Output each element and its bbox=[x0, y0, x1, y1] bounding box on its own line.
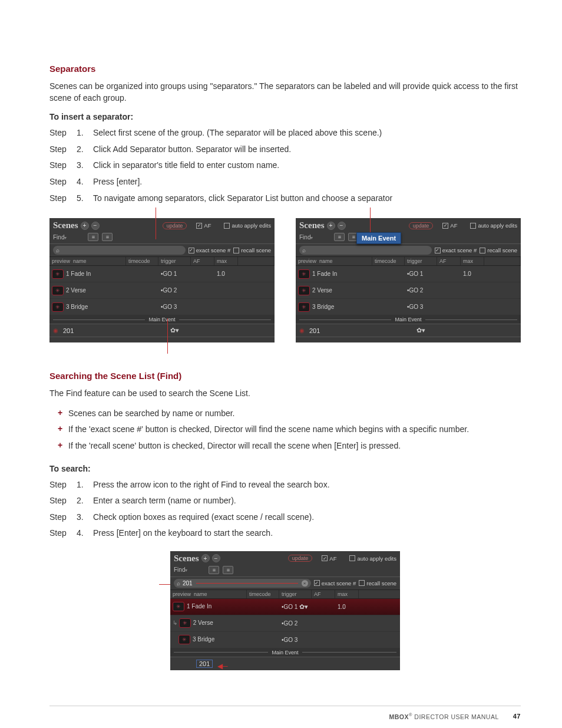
bullet-icon: + bbox=[58, 408, 68, 420]
searching-bullets: +Scenes can be searched by name or numbe… bbox=[49, 408, 521, 452]
separator-row[interactable]: Main Event bbox=[170, 648, 400, 657]
exact-scene-checkbox[interactable] bbox=[189, 248, 194, 253]
table-row[interactable]: ✳3 Bridge•GO 3 bbox=[296, 299, 521, 315]
scenes-panel-left: Scenes + − update AF auto apply edits Fi… bbox=[49, 218, 275, 342]
gear-icon[interactable]: ✿▾ bbox=[416, 327, 425, 334]
step-label: Step bbox=[49, 127, 77, 139]
page-footer: MBOX® DIRECTOR USER MANUAL 47 bbox=[49, 706, 521, 720]
search-input[interactable]: ⌕ 201 × bbox=[174, 579, 311, 588]
remove-scene-button[interactable]: − bbox=[338, 222, 346, 230]
af-checkbox[interactable] bbox=[196, 223, 202, 229]
search-icon: ⌕ bbox=[177, 580, 180, 587]
recall-scene-checkbox[interactable] bbox=[359, 580, 365, 586]
table-row[interactable]: ✳2 Verse•GO 2 bbox=[49, 282, 275, 299]
remove-scene-button[interactable]: − bbox=[212, 554, 220, 562]
arrow-left-icon: ◀─ bbox=[217, 662, 228, 670]
remove-scene-button[interactable]: − bbox=[91, 222, 100, 230]
footer-number: 201 bbox=[196, 660, 213, 668]
table-row[interactable]: ✳1 Fade In •GO 1 ✿▾ 1.0 bbox=[170, 599, 400, 615]
separator-row[interactable]: Main Event bbox=[49, 315, 275, 324]
add-separator-button[interactable]: ≡ bbox=[209, 566, 219, 574]
auto-apply-checkbox[interactable] bbox=[224, 223, 230, 229]
gear-icon[interactable]: ✿▾ bbox=[170, 327, 179, 334]
clear-search-icon[interactable]: × bbox=[302, 580, 308, 587]
searching-intro: The Find feature can be used to search t… bbox=[49, 388, 521, 400]
record-icon[interactable]: ◉ bbox=[299, 327, 305, 334]
search-icon: ⌕ bbox=[302, 247, 306, 253]
recall-scene-checkbox[interactable] bbox=[233, 248, 239, 253]
separator-dropdown-item[interactable]: Main Event bbox=[356, 232, 401, 244]
footer-number: 201 bbox=[63, 327, 74, 334]
step-text: Select first scene of the group. (The se… bbox=[93, 127, 521, 139]
preview-thumb-icon: ✳ bbox=[52, 269, 64, 279]
update-button[interactable]: update bbox=[409, 222, 434, 229]
to-search-label: To search: bbox=[49, 464, 521, 473]
add-scene-button[interactable]: + bbox=[201, 554, 210, 562]
searching-heading: Searching the Scene List (Find) bbox=[49, 371, 521, 381]
search-input[interactable]: ⌕ bbox=[53, 246, 186, 255]
separator-list-button[interactable]: ≡ bbox=[223, 566, 233, 574]
search-value: 201 bbox=[183, 580, 193, 587]
add-scene-button[interactable]: + bbox=[81, 222, 89, 230]
add-separator-button[interactable]: ≡ bbox=[334, 233, 345, 241]
add-scene-button[interactable]: + bbox=[327, 222, 335, 230]
add-separator-button[interactable]: ≡ bbox=[88, 233, 98, 241]
update-button[interactable]: update bbox=[288, 555, 313, 562]
table-row[interactable]: ↳ ✳2 Verse •GO 2 bbox=[170, 615, 400, 632]
record-icon[interactable]: ◉ bbox=[53, 327, 58, 334]
scenes-panel-right: Scenes + − update AF auto apply edits Fi… bbox=[296, 218, 521, 342]
column-headers: preview name timecode trigger AF max bbox=[49, 257, 275, 266]
table-row[interactable]: ✳1 Fade In•GO 11.0 bbox=[296, 266, 521, 282]
table-row[interactable]: ✳3 Bridge•GO 3 bbox=[49, 299, 275, 315]
insert-steps: Step1.Select first scene of the group. (… bbox=[49, 127, 521, 204]
search-steps: Step1.Press the arrow icon to the right … bbox=[49, 479, 521, 539]
separators-intro: Scenes can be organized into groups usin… bbox=[49, 81, 521, 104]
find-label[interactable]: Find▾ bbox=[53, 234, 67, 241]
scenes-panel-search: Scenes + − update AF auto apply edits Fi… bbox=[170, 551, 400, 670]
exact-scene-checkbox[interactable] bbox=[314, 580, 320, 586]
search-input[interactable]: ⌕ bbox=[299, 246, 432, 255]
panel-title: Scenes bbox=[53, 220, 78, 230]
nav-indent-icon: ↳ bbox=[173, 620, 177, 626]
separators-heading: Separators bbox=[49, 64, 521, 74]
to-insert-label: To insert a separator: bbox=[49, 112, 521, 121]
table-row[interactable]: ✳2 Verse•GO 2 bbox=[296, 282, 521, 299]
separator-list-button[interactable]: ≡ bbox=[102, 233, 113, 241]
search-icon: ⌕ bbox=[56, 247, 59, 253]
page-number: 47 bbox=[513, 713, 521, 720]
separator-row[interactable]: Main Event bbox=[296, 315, 521, 324]
update-button[interactable]: update bbox=[163, 222, 187, 229]
gear-icon[interactable]: ✿▾ bbox=[299, 603, 308, 610]
table-row[interactable]: ✳3 Bridge •GO 3 bbox=[170, 632, 400, 648]
table-row[interactable]: ✳1 Fade In•GO 11.0 bbox=[49, 266, 275, 282]
